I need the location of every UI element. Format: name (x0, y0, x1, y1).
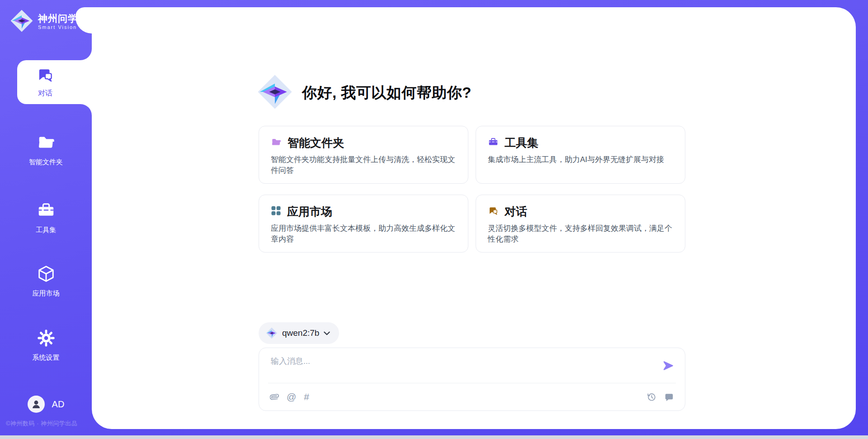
hash-icon[interactable]: # (304, 392, 309, 402)
sidebar-item-label: 系统设置 (33, 353, 60, 362)
apps-icon (271, 205, 281, 218)
sidebar-item-label: 智能文件夹 (29, 158, 63, 167)
sidebar-item-smart-folder[interactable]: 智能文件夹 (0, 133, 92, 167)
tab-fillet-bottom (80, 104, 92, 115)
brand-logo: 神州问学 Smart Vision (10, 9, 78, 34)
card-title: 工具集 (505, 135, 538, 150)
card-title: 智能文件夹 (288, 135, 344, 150)
diamond-logo-icon (10, 9, 33, 34)
card-smart-folder[interactable]: 智能文件夹 智能文件夹功能支持批量文件上传与清洗，轻松实现文件问答 (259, 126, 468, 184)
card-description: 智能文件夹功能支持批量文件上传与清洗，轻松实现文件问答 (271, 154, 456, 176)
send-icon[interactable] (662, 360, 674, 372)
message-input[interactable] (270, 355, 650, 377)
sidebar-item-label: 应用市场 (33, 289, 60, 298)
sidebar-item-toolbox[interactable]: 工具集 (0, 201, 92, 234)
history-icon[interactable] (646, 392, 656, 402)
sidebar-footer: ©神州数码 · 神州问学出品 (6, 420, 77, 428)
card-description: 应用市场提供丰富长文本模板，助力高效生成多样化文章内容 (271, 223, 456, 245)
model-name: qwen2:7b (282, 328, 319, 338)
brand-text: 神州问学 Smart Vision (38, 13, 78, 30)
paperclip-icon[interactable] (270, 392, 279, 402)
app-window: 神州问学 Smart Vision 对话 (0, 0, 868, 439)
card-header: 智能文件夹 (271, 135, 456, 150)
chat-bubble-icon[interactable] (664, 392, 674, 402)
card-description: 集成市场上主流工具，助力AI与外界无缝扩展与对接 (488, 154, 673, 165)
card-header: 应用市场 (271, 204, 456, 219)
sidebar-item-settings[interactable]: 系统设置 (0, 329, 92, 362)
card-header: 对话 (488, 204, 673, 219)
card-toolbox[interactable]: 工具集 集成市场上主流工具，助力AI与外界无缝扩展与对接 (476, 126, 685, 184)
avatar-icon (31, 399, 42, 410)
gear-icon (37, 329, 56, 349)
folder-icon (271, 137, 282, 149)
sidebar-item-label: 对话 (38, 89, 52, 98)
card-description: 灵活切换多模型文件，支持多样回复效果调试，满足个性化需求 (488, 223, 673, 245)
tab-fillet-top (80, 49, 92, 60)
sidebar-item-label: 工具集 (36, 226, 56, 234)
avatar (28, 396, 45, 413)
sidebar-item-chat[interactable]: 对话 (17, 60, 92, 104)
user-name: AD (52, 399, 65, 410)
user-profile[interactable]: AD (0, 396, 92, 413)
composer-left-tools: @ # (270, 392, 309, 402)
folder-icon (37, 133, 56, 154)
composer-right-tools (646, 392, 674, 402)
brand-subtitle: Smart Vision (38, 24, 78, 30)
chat-icon (36, 66, 54, 86)
sidebar: 神州问学 Smart Vision 对话 (0, 0, 92, 439)
toolbox-icon (37, 201, 56, 222)
toolbox-icon (488, 137, 499, 149)
card-app-market[interactable]: 应用市场 应用市场提供丰富长文本模板，助力高效生成多样化文章内容 (259, 195, 468, 253)
cube-icon (37, 264, 56, 285)
chevron-down-icon (324, 331, 330, 335)
at-icon[interactable]: @ (287, 392, 296, 402)
diamond-logo-icon (266, 327, 278, 339)
brand-name: 神州问学 (38, 13, 78, 24)
card-title: 对话 (505, 204, 527, 219)
greeting-text: 你好, 我可以如何帮助你? (302, 83, 472, 103)
card-header: 工具集 (488, 135, 673, 150)
model-selector[interactable]: qwen2:7b (259, 322, 339, 344)
card-title: 应用市场 (287, 204, 332, 219)
feature-cards: 智能文件夹 智能文件夹功能支持批量文件上传与清洗，轻松实现文件问答 工具集 集成… (259, 126, 685, 253)
composer-divider (268, 383, 676, 383)
card-chat[interactable]: 对话 灵活切换多模型文件，支持多样回复效果调试，满足个性化需求 (476, 195, 685, 253)
sidebar-item-app-market[interactable]: 应用市场 (0, 264, 92, 298)
composer-toolbar: @ # (270, 389, 674, 405)
diamond-logo-icon (257, 74, 293, 112)
bottom-strip (0, 435, 868, 439)
greeting: 你好, 我可以如何帮助你? (257, 74, 472, 111)
message-composer: @ # (259, 348, 685, 411)
chat-icon (488, 205, 499, 218)
